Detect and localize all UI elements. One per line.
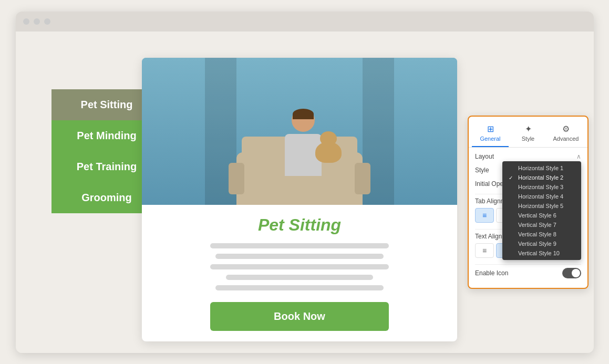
style-label-row: Style bbox=[475, 167, 489, 174]
person-hair bbox=[293, 109, 314, 119]
layout-section: Layout ∧ bbox=[475, 153, 581, 160]
dropdown-item-8[interactable]: Vertical Style 8 bbox=[502, 230, 581, 239]
layout-chevron: ∧ bbox=[576, 153, 581, 160]
couch-arm-right bbox=[355, 163, 370, 194]
dog-head bbox=[320, 131, 337, 146]
text-line-5 bbox=[215, 285, 384, 290]
style-dropdown-menu: Horizontal Style 1 ✓ Horizontal Style 2 … bbox=[502, 161, 581, 260]
dropdown-item-7[interactable]: Vertical Style 7 bbox=[502, 220, 581, 230]
card-title: Pet Sitting bbox=[258, 215, 341, 235]
tab-style[interactable]: ✦ Style bbox=[510, 120, 546, 147]
card-image bbox=[142, 58, 457, 205]
dropdown-item-9[interactable]: Vertical Style 9 bbox=[502, 239, 581, 248]
dropdown-item-5[interactable]: Horizontal Style 5 bbox=[502, 201, 581, 211]
dropdown-item-4[interactable]: Horizontal Style 4 bbox=[502, 192, 581, 201]
window-dot-red bbox=[23, 18, 29, 25]
book-now-button[interactable]: Book Now bbox=[210, 302, 389, 331]
divider-3 bbox=[475, 264, 581, 265]
general-icon: ⊞ bbox=[487, 124, 494, 134]
style-icon: ✦ bbox=[525, 124, 532, 134]
dropdown-item-2[interactable]: ✓ Horizontal Style 2 bbox=[502, 173, 581, 182]
dropdown-item-10[interactable]: Vertical Style 10 bbox=[502, 248, 581, 258]
toggle-knob bbox=[572, 269, 580, 277]
enable-icon-toggle[interactable] bbox=[562, 268, 581, 278]
panel-body: Layout ∧ Style Horizontal St bbox=[469, 148, 587, 288]
style-dropdown-container: Horizontal Style 1 ✓ Horizontal Style 2 … bbox=[576, 167, 581, 174]
advanced-icon: ⚙ bbox=[562, 124, 570, 134]
window-dot-yellow bbox=[34, 18, 40, 25]
main-content-card: Pet Sitting Book Now bbox=[142, 58, 457, 341]
card-body: Pet Sitting Book Now bbox=[142, 205, 457, 341]
dropdown-item-6[interactable]: Vertical Style 6 bbox=[502, 211, 581, 220]
text-line-4 bbox=[226, 275, 373, 280]
couch-arm-left bbox=[229, 163, 244, 194]
person-head bbox=[292, 109, 315, 132]
text-line-1 bbox=[210, 243, 389, 248]
browser-titlebar bbox=[16, 12, 594, 32]
style-section: Style Horizontal Style 1 ✓ Horiz bbox=[475, 167, 581, 174]
dropdown-item-3[interactable]: Horizontal Style 3 bbox=[502, 182, 581, 192]
text-line-3 bbox=[210, 264, 389, 269]
dog-figure bbox=[315, 142, 342, 163]
dog-body bbox=[315, 142, 342, 163]
dropdown-item-1[interactable]: Horizontal Style 1 bbox=[502, 163, 581, 173]
panel-tabs: ⊞ General ✦ Style ⚙ Advanced bbox=[469, 117, 587, 148]
browser-content: Pet Sitting Pet Minding Pet Training Gro… bbox=[16, 32, 594, 353]
enable-icon-row: Enable Icon bbox=[475, 268, 581, 278]
tab-advanced[interactable]: ⚙ Advanced bbox=[548, 120, 584, 147]
style-row: Style Horizontal Style 1 ✓ Horiz bbox=[475, 167, 581, 174]
settings-panel: ⊞ General ✦ Style ⚙ Advanced Layout bbox=[468, 116, 589, 289]
layout-label: Layout bbox=[475, 153, 494, 160]
window-dot-green bbox=[44, 18, 50, 25]
layout-row: Layout ∧ bbox=[475, 153, 581, 160]
tab-align-left[interactable]: ≡ bbox=[475, 208, 494, 223]
text-align-left[interactable]: ≡ bbox=[475, 243, 494, 258]
tab-general[interactable]: ⊞ General bbox=[472, 120, 509, 147]
enable-icon-label: Enable Icon bbox=[475, 269, 508, 277]
browser-window: Pet Sitting Pet Minding Pet Training Gro… bbox=[16, 12, 594, 353]
text-line-2 bbox=[215, 254, 384, 259]
